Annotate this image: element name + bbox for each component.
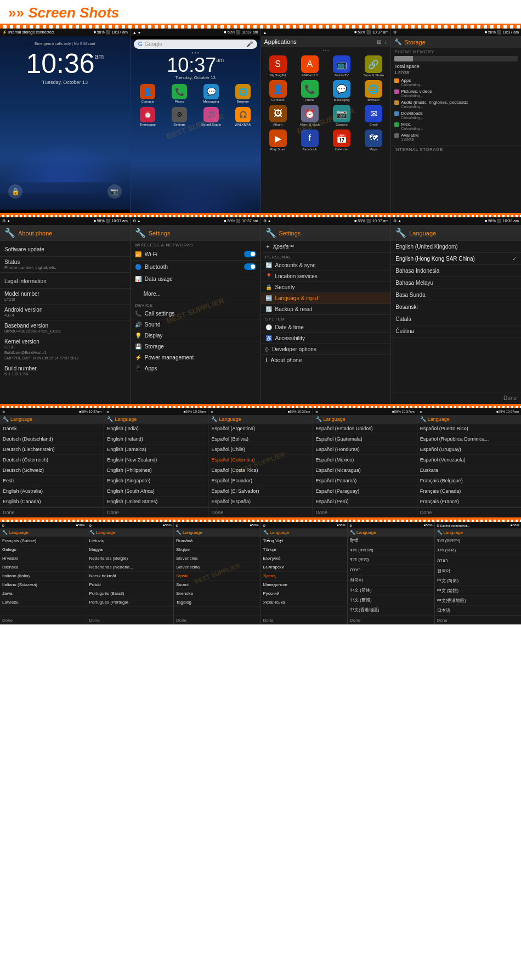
lang-r4-6-zh-cn[interactable]: 中文 (简体) [435,576,522,586]
home-search-bar[interactable]: G Google 🎤 [134,40,257,49]
lang-r4-2-pt-br[interactable]: Português (Brasil) [87,589,174,598]
location-item[interactable]: 📍 Location services [261,271,391,282]
power-item[interactable]: ⚡ Power management [131,352,260,363]
lang-l4-es-us[interactable]: Español (Estados Unidos) [313,424,417,434]
lang-l2-en-za[interactable]: English (South Africa) [104,486,208,497]
lang-l2-en-ie[interactable]: English (Ireland) [104,434,208,444]
lang-l3-es-co[interactable]: Español (Colombia) [208,455,312,465]
lang-r4-4-bg[interactable]: Български [261,563,348,572]
lang-r4-4-uk[interactable]: Українська [261,598,348,607]
lang-done[interactable]: Done [391,392,521,404]
lang-l1-de-li[interactable]: Deutsch (Liechtenstein) [0,444,104,455]
lang-l2-en-nz[interactable]: English (New Zealand) [104,455,208,465]
lang-l2-done[interactable]: Done [104,507,208,517]
app-walkman[interactable]: 🎧 WALKMAN [228,106,258,127]
security-item[interactable]: 🔒 Security [261,282,391,293]
lang-r4-2-nb[interactable]: Norsk bokmål [87,572,174,581]
lang-cestina[interactable]: Čeština [391,325,521,337]
apps-grid-icon[interactable]: ⊞ [377,39,381,45]
app-mysingtel[interactable]: S My SingTel [263,54,293,78]
lang-l3-es-sv[interactable]: Español (El Salvador) [208,486,312,497]
lang-r4-2-hu[interactable]: Magyar [87,545,174,554]
app-camera[interactable]: 📷 Camera [326,104,357,127]
lang-r4-5-th[interactable]: ภาษา [348,565,434,576]
lang-r4-6-bn-in[interactable]: বাংলা (ভারত) [435,546,522,555]
lang-l5-es-ve[interactable]: Español (Venezuela) [417,455,521,465]
display-item[interactable]: 💡 Display [131,330,260,341]
lang-r4-5-bn-bd[interactable]: বাংলা (বাংলাদেশ) [348,546,434,555]
lang-r4-2-nl-nl[interactable]: Nederlands (Nederla... [87,563,174,572]
accounts-sync-item[interactable]: 🔄 Accounts & sync [261,260,391,271]
lang-l3-es-ec[interactable]: Español (Ecuador) [208,476,312,486]
bluetooth-toggle[interactable] [244,263,256,270]
language-input-item[interactable]: 🔤 Language & input [261,293,391,304]
lang-en-hk[interactable]: English (Hong Kong SAR China) ✓ [391,253,521,265]
lock-icon-left[interactable]: 🔒 [8,184,22,199]
lang-r4-5-zh-cn[interactable]: 中文 (简体) [348,585,434,595]
lang-r4-3-sv[interactable]: Svenska [174,589,260,598]
lang-l5-es-do[interactable]: Español (República Dominica... [417,434,521,444]
lang-l4-es-pe[interactable]: Español (Perú) [313,497,417,507]
lang-r4-6-th[interactable]: ภาษา [435,555,522,566]
lang-l5-fr-ca[interactable]: Français (Canada) [417,486,521,497]
app-settings[interactable]: ⚙ Settings [165,106,195,127]
app-mobiletv[interactable]: 📺 MobileTV [326,54,357,78]
lang-r4-1-lv[interactable]: Latviešu [0,598,87,607]
lang-l4-done[interactable]: Done [313,507,417,517]
lang-l1-eesti[interactable]: Eesti [0,476,104,486]
lang-bosanski[interactable]: Bosanski [391,301,521,313]
lang-r4-1-is[interactable]: Íslenska [0,563,87,572]
about-software-update[interactable]: Software update [0,241,130,257]
lang-r4-6-done[interactable]: Done [435,616,522,624]
lang-r4-6-bn-bd[interactable]: বাংলা (বাংলাদেশ) [435,537,522,546]
app-browser[interactable]: 🌐 Browser [228,83,258,104]
sound-item[interactable]: 🔊 Sound [131,319,260,330]
lang-r4-4-el[interactable]: Ελληνικά [261,554,348,563]
lang-r4-5-zh-tw[interactable]: 中文 (繁體) [348,595,434,605]
lang-r4-3-ro[interactable]: Română [174,537,260,545]
lang-l4-es-pa[interactable]: Español (Panamá) [313,476,417,486]
lang-l4-es-ni[interactable]: Español (Nicaragua) [313,465,417,476]
storage-settings-item[interactable]: 💾 Storage [131,341,260,352]
more-item[interactable]: More... [131,285,260,301]
lang-r4-1-fr-ch[interactable]: Français (Suisse) [0,537,87,545]
data-usage-item[interactable]: 📊 Data usage [131,273,260,285]
app-playstore[interactable]: ▶ Play Store [263,128,293,152]
lang-bahasa-my[interactable]: Bahasa Melayu [391,277,521,289]
lang-r4-5-hi[interactable]: हिन्दी [348,537,434,546]
lang-l3-es-es[interactable]: Español (España) [208,497,312,507]
lang-l1-de-ch[interactable]: Deutsch (Schweiz) [0,465,104,476]
lang-l5-eu[interactable]: Euskara [417,465,521,476]
lock-icon-right[interactable]: 📷 [107,184,122,199]
app-email[interactable]: ✉ Email [358,104,389,127]
developer-item[interactable]: {} Developer options [261,344,391,355]
xperia-section[interactable]: ✦ Xperia™ [261,241,391,253]
app-maps[interactable]: 🗺 Maps [358,128,389,152]
app-phone2[interactable]: 📞 Phone [295,79,325,103]
lang-l1-done[interactable]: Done [0,507,104,517]
lang-l3-es-ar[interactable]: Español (Argentina) [208,424,312,434]
lang-basa-sunda[interactable]: Basa Sunda [391,289,521,301]
lang-r4-1-it-ch[interactable]: Italiano (Svizzera) [0,581,87,589]
backup-item[interactable]: 🔃 Backup & reset [261,304,391,315]
app-store[interactable]: 🔗 Store & Share [358,54,389,78]
lang-r4-3-sk[interactable]: Slovenčina [174,554,260,563]
about-status[interactable]: Status Phone number, signal, etc. [0,257,130,273]
lang-r4-1-it-it[interactable]: Italiano (Italia) [0,572,87,581]
lang-l5-fr-be[interactable]: Français (Belgique) [417,476,521,486]
app-facebook[interactable]: f Facebook [295,128,325,152]
accessibility-item[interactable]: ♿ Accessibility [261,333,391,344]
lang-r4-3-sq[interactable]: Shqipe [174,545,260,554]
lang-r4-3-tl[interactable]: Tagalog [174,598,260,607]
lang-r4-2-pl[interactable]: Polski [87,581,174,589]
lang-l4-es-py[interactable]: Español (Paraguay) [313,486,417,497]
datetime-item[interactable]: 🕐 Date & time [261,322,391,333]
lang-l4-es-gt[interactable]: Español (Guatemala) [313,434,417,444]
app-messaging[interactable]: 💬 Messaging [196,83,226,104]
lang-l2-en-us[interactable]: English (United States) [104,497,208,507]
lang-l3-es-cl[interactable]: Español (Chile) [208,444,312,455]
app-amped[interactable]: A AMPed 2.0 [295,54,325,78]
lang-l5-fr-fr[interactable]: Français (France) [417,497,521,507]
lang-l3-done[interactable]: Done [208,507,312,517]
lang-r4-3-fi[interactable]: Suomi [174,581,260,589]
